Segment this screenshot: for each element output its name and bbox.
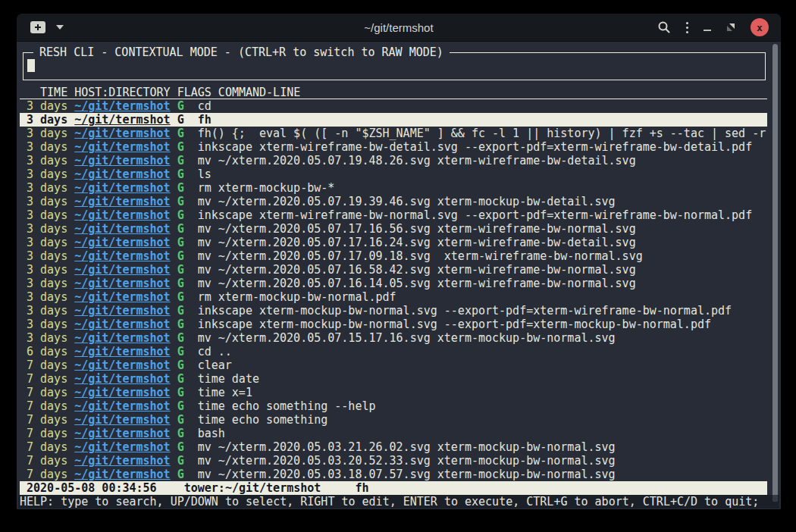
minimize-button[interactable] [704,30,711,31]
row-directory: ~/git/termshot [74,345,170,358]
history-row[interactable]: 3 days ~/git/termshot G inkscape xterm-m… [20,318,767,331]
row-directory: ~/git/termshot [74,236,170,249]
row-directory: ~/git/termshot [74,127,170,140]
row-command: cd [198,99,212,113]
row-flag: G [177,290,184,304]
history-row[interactable]: 3 days ~/git/termshot G inkscape xterm-w… [20,140,767,154]
history-row[interactable]: 3 days ~/git/termshot G mv ~/xterm.2020.… [20,249,767,263]
row-command: mv ~/xterm.2020.05.03.20.52.33.svg xterm… [198,454,616,468]
row-flag: G [177,127,184,140]
row-flag: G [177,440,184,454]
row-age: 3 days [27,222,67,236]
titlebar: ~/git/termshot x [17,14,781,42]
history-row[interactable]: 7 days ~/git/termshot G time date [20,372,767,386]
status-datetime: 2020-05-08 00:34:56 [27,481,157,495]
chevron-down-icon[interactable] [56,25,64,30]
search-box[interactable]: RESH CLI - CONTEXTUAL MODE - (CTRL+R to … [23,52,766,80]
row-directory: ~/git/termshot [74,222,170,236]
history-row[interactable]: 7 days ~/git/termshot G time x=1 [20,386,767,399]
row-directory: ~/git/termshot [74,386,170,399]
row-directory: ~/git/termshot [74,399,170,413]
row-age: 3 days [27,208,67,222]
history-row[interactable]: 3 days ~/git/termshot G inkscape xterm-m… [20,304,767,318]
row-command: rm xterm-mockup-bw-* [198,181,335,195]
row-directory: ~/git/termshot [74,440,170,454]
row-command: mv ~/xterm.2020.05.07.16.58.42.svg xterm… [198,263,636,277]
row-age: 3 days [27,127,67,140]
history-list: 3 days ~/git/termshot G cd 3 days ~/git/… [20,99,767,481]
history-row[interactable]: 3 days ~/git/termshot G fh() {; eval $( … [20,127,767,140]
history-row[interactable]: 3 days ~/git/termshot G mv ~/xterm.2020.… [20,263,767,277]
row-command: mv ~/xterm.2020.05.07.16.14.05.svg xterm… [198,277,636,290]
history-row[interactable]: 7 days ~/git/termshot G time echo someth… [20,413,767,427]
row-directory: ~/git/termshot [74,140,170,154]
row-flag: G [177,181,184,195]
history-row[interactable]: 3 days ~/git/termshot G mv ~/xterm.2020.… [20,222,767,236]
row-command: mv ~/xterm.2020.05.07.19.48.26.svg xterm… [198,154,636,167]
row-age: 7 days [27,440,67,454]
row-command: ls [198,167,212,181]
history-row[interactable]: 3 days ~/git/termshot G rm xterm-mockup-… [20,290,767,304]
row-command: inkscape xterm-mockup-bw-normal.svg --ex… [198,304,732,318]
history-row[interactable]: 7 days ~/git/termshot G clear [20,358,767,372]
row-directory: ~/git/termshot [74,208,170,222]
row-directory: ~/git/termshot [74,290,170,304]
row-flag: G [177,195,184,208]
menu-kebab-icon[interactable] [686,22,688,33]
row-directory: ~/git/termshot [74,318,170,331]
help-bar: HELP: type to search, UP/DOWN to select,… [18,495,779,509]
status-command: fh [355,481,368,495]
row-flag: G [177,236,184,249]
terminal-window: ~/git/termshot x RESH CLI - CONTE [17,14,781,509]
row-command: mv ~/xterm.2020.05.07.17.16.24.svg xterm… [198,236,636,249]
status-bar: 2020-05-08 00:34:56 tower:~/git/termshot… [20,481,767,495]
row-age: 3 days [27,167,67,181]
row-directory: ~/git/termshot [74,372,170,386]
row-age: 7 days [27,413,67,427]
row-command: inkscape xterm-mockup-bw-normal.svg --ex… [198,318,711,331]
history-row[interactable]: 3 days ~/git/termshot G mv ~/xterm.2020.… [20,236,767,249]
titlebar-right-controls: x [657,18,781,36]
row-directory: ~/git/termshot [74,181,170,195]
row-command: clear [198,358,232,372]
row-age: 3 days [27,113,67,127]
row-flag: G [177,154,184,167]
close-button[interactable]: x [751,18,769,36]
row-directory: ~/git/termshot [74,167,170,181]
history-row[interactable]: 7 days ~/git/termshot G mv ~/xterm.2020.… [20,454,767,468]
history-row[interactable]: 3 days ~/git/termshot G ls [20,167,767,181]
row-age: 3 days [27,263,67,277]
row-directory: ~/git/termshot [74,263,170,277]
terminal-content: RESH CLI - CONTEXTUAL MODE - (CTRL+R to … [17,42,781,509]
row-command: fh() {; eval $( ([ -n "$ZSH_NAME" ] && f… [198,127,766,140]
row-flag: G [177,345,184,358]
history-row[interactable]: 6 days ~/git/termshot G cd .. [20,345,767,358]
history-row[interactable]: 3 days ~/git/termshot G mv ~/xterm.2020.… [20,154,767,167]
row-command: time echo something --help [198,399,376,413]
history-row[interactable]: 3 days ~/git/termshot G cd [20,99,767,113]
row-flag: G [177,318,184,331]
history-row[interactable]: 3 days ~/git/termshot G mv ~/xterm.2020.… [20,331,767,345]
history-row[interactable]: 7 days ~/git/termshot G mv ~/xterm.2020.… [20,440,767,454]
restore-button[interactable] [726,23,735,32]
row-directory: ~/git/termshot [74,99,170,113]
history-row[interactable]: 3 days ~/git/termshot G rm xterm-mockup-… [20,181,767,195]
search-icon[interactable] [657,20,671,34]
row-command: mv ~/xterm.2020.05.07.17.09.18.svg xterm… [198,249,643,263]
history-row[interactable]: 7 days ~/git/termshot G mv ~/xterm.2020.… [20,468,767,481]
history-row[interactable]: 7 days ~/git/termshot G bash [20,427,767,440]
history-row[interactable]: 3 days ~/git/termshot G mv ~/xterm.2020.… [20,195,767,208]
row-directory: ~/git/termshot [74,468,170,481]
row-command: mv ~/xterm.2020.05.07.15.17.16.svg xterm… [198,331,616,345]
scrollbar[interactable] [772,44,778,502]
row-age: 3 days [27,99,67,113]
history-row[interactable]: 3 days ~/git/termshot G fh [20,113,767,127]
row-command: cd .. [198,345,232,358]
new-tab-icon[interactable] [30,21,45,33]
history-row[interactable]: 7 days ~/git/termshot G time echo someth… [20,399,767,413]
row-flag: G [177,277,184,290]
history-row[interactable]: 3 days ~/git/termshot G mv ~/xterm.2020.… [20,277,767,290]
row-directory: ~/git/termshot [74,277,170,290]
row-age: 3 days [27,277,67,290]
history-row[interactable]: 3 days ~/git/termshot G inkscape xterm-w… [20,208,767,222]
